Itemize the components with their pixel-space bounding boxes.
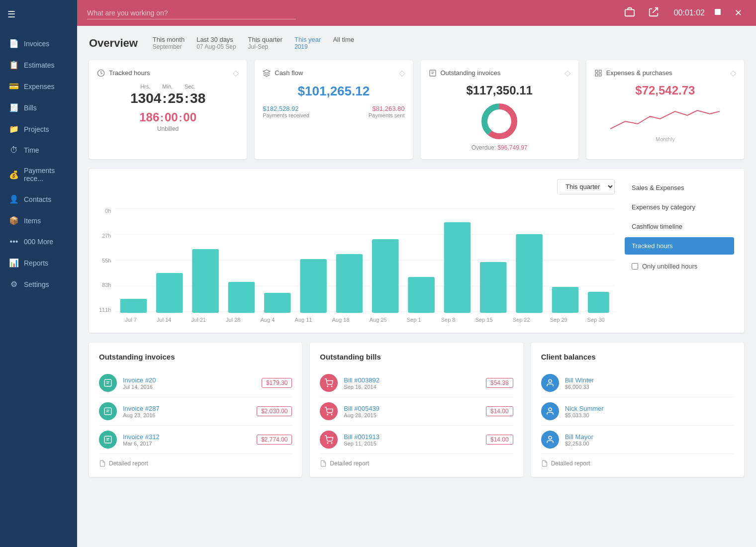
chart-menu-sales[interactable]: Sales & Expenses — [625, 179, 734, 196]
period-tab-this-quarter[interactable]: This quarter Jul-Sep — [248, 36, 283, 50]
svg-rect-26 — [408, 277, 435, 313]
sidebar-item-reports[interactable]: 📊 Reports — [0, 252, 77, 274]
invoice-avatar-1 — [99, 374, 117, 392]
svg-rect-21 — [228, 282, 255, 313]
unbilled-min: 00 — [165, 110, 178, 124]
chart-menu-expenses-cat[interactable]: Expenses by category — [625, 198, 734, 216]
chart-period-dropdown[interactable]: This quarter — [557, 179, 615, 194]
period-tab-all-time[interactable]: All time — [333, 36, 354, 50]
sidebar-item-more[interactable]: ••• 000 More — [0, 231, 77, 252]
unbilled-sec: 00 — [183, 110, 196, 124]
outstanding-pin[interactable]: ◇ — [565, 68, 570, 78]
cashflow-pin[interactable]: ◇ — [399, 68, 405, 78]
clients-detailed-report[interactable]: Detailed report — [541, 460, 734, 467]
sidebar-item-estimates[interactable]: 📋 Estimates — [0, 54, 77, 76]
outstanding-header: Outstanding invoices ◇ — [429, 68, 570, 78]
invoice-item-2: Invoice #287 Aug 23, 2016 $2,030.00 — [99, 397, 292, 426]
stop-timer-btn[interactable] — [710, 6, 726, 20]
sidebar-item-expenses[interactable]: 💳 Expenses — [0, 76, 77, 97]
sidebar-item-settings[interactable]: ⚙ Settings — [0, 274, 77, 295]
svg-rect-19 — [157, 273, 184, 313]
period-tab-last-30[interactable]: Last 30 days 07 Aug-05 Sep — [196, 36, 236, 50]
svg-point-44 — [332, 414, 333, 415]
bills-icon: 🧾 — [9, 103, 19, 112]
bill-item-2: Bill #005439 Aug 28, 2015 $14.00 — [320, 397, 513, 426]
sidebar-item-projects[interactable]: 📁 Projects — [0, 118, 77, 140]
overview-header: Overview This month September Last 30 da… — [89, 36, 744, 50]
cashflow-breakdown: $182,528.92 Payments received $81,263.80… — [263, 105, 404, 118]
chart-section: This quarter 111h 83h 55h 27h 0h — [89, 169, 744, 333]
svg-rect-28 — [480, 262, 507, 313]
close-topbar-btn[interactable]: ✕ — [731, 5, 746, 20]
hamburger-icon[interactable]: ☰ — [7, 9, 15, 20]
client-item-2: Nick Summer $5,033.30 — [541, 397, 734, 426]
briefcase-icon-btn[interactable] — [620, 4, 639, 22]
timer-display: 00:01:02 — [674, 8, 705, 17]
bottom-row: Outstanding invoices Invoice #20 Jul 14,… — [89, 343, 744, 477]
svg-point-49 — [549, 436, 552, 439]
hours-value: 1304 — [130, 91, 161, 106]
expenses-pin[interactable]: ◇ — [730, 68, 736, 78]
invoices-detailed-report[interactable]: Detailed report — [99, 460, 292, 467]
bills-detailed-report[interactable]: Detailed report — [320, 460, 513, 467]
expenses-title: Expenses & purchases — [594, 69, 672, 77]
bill-item-1: Bill #003892 Sep 16, 2014 $54.38 — [320, 369, 513, 397]
svg-rect-22 — [264, 293, 291, 313]
sidebar-item-time[interactable]: ⏱ Time — [0, 140, 77, 161]
sidebar-item-items[interactable]: 📦 Items — [0, 210, 77, 231]
monthly-label: Monthly — [594, 136, 736, 142]
outstanding-invoices-card: Outstanding invoices Invoice #20 Jul 14,… — [89, 343, 302, 477]
svg-point-43 — [327, 414, 328, 415]
svg-point-42 — [332, 386, 333, 387]
svg-point-45 — [327, 443, 328, 444]
unbilled-hrs: 186 — [139, 110, 159, 124]
unbilled-checkbox[interactable] — [632, 263, 638, 270]
svg-rect-29 — [516, 234, 543, 313]
invoice-info-1: Invoice #20 Jul 14, 2016 — [123, 376, 256, 390]
svg-rect-30 — [552, 287, 579, 313]
tracked-hours-widget: Tracked hours ◇ Hrs. Min. Sec. 1304 : — [89, 60, 247, 159]
chart-main: This quarter 111h 83h 55h 27h 0h — [99, 179, 615, 323]
period-tab-this-year[interactable]: This year 2019 — [294, 36, 321, 50]
report-icon — [99, 460, 106, 467]
search-input[interactable] — [87, 7, 296, 19]
bill-avatar-2 — [320, 402, 338, 420]
sec-label: Sec. — [185, 84, 195, 90]
content-area: Overview This month September Last 30 da… — [77, 26, 756, 547]
pin-icon[interactable]: ◇ — [233, 68, 239, 78]
cashflow-title: Cash flow — [263, 69, 303, 77]
payments-icon: 💰 — [9, 170, 19, 180]
client-avatar-2 — [541, 402, 559, 420]
sidebar-navigation: 📄 Invoices 📋 Estimates 💳 Expenses 🧾 Bill… — [0, 29, 77, 299]
svg-rect-0 — [625, 9, 634, 16]
main-content: 00:01:02 ✕ Overview This month September… — [77, 0, 756, 547]
sparkline-container: Monthly — [594, 101, 736, 142]
chart-menu-cashflow[interactable]: Cashflow timeline — [625, 218, 734, 235]
sidebar-item-bills[interactable]: 🧾 Bills — [0, 97, 77, 118]
bills-report-icon — [320, 460, 327, 467]
client-info-3: Bill Mayor $2,253.00 — [565, 433, 734, 447]
sidebar-item-contacts[interactable]: 👤 Contacts — [0, 188, 77, 210]
sep2: : — [184, 91, 190, 107]
svg-rect-27 — [444, 222, 471, 313]
svg-rect-31 — [588, 292, 609, 313]
estimates-icon: 📋 — [9, 60, 19, 70]
invoice-info-3: Invoice #312 Mar 6, 2017 — [123, 433, 251, 447]
expenses-chart-icon — [594, 69, 602, 77]
share-icon-btn[interactable] — [644, 4, 663, 22]
period-tab-this-month[interactable]: This month September — [153, 36, 185, 50]
sidebar-item-payments[interactable]: 💰 Payments rece... — [0, 161, 77, 188]
bar-chart-svg — [115, 208, 615, 313]
invoice-avatar-3 — [99, 431, 117, 449]
tracked-hours-header: Tracked hours ◇ — [97, 68, 239, 78]
period-tabs: This month September Last 30 days 07 Aug… — [153, 36, 354, 50]
svg-rect-11 — [595, 74, 598, 76]
seconds-value: 38 — [190, 91, 205, 106]
cashflow-header: Cash flow ◇ — [263, 68, 404, 78]
svg-rect-20 — [192, 249, 219, 313]
chart-menu-tracked-hours[interactable]: Tracked hours — [625, 237, 734, 255]
topbar-icons: 00:01:02 ✕ — [620, 4, 746, 22]
svg-rect-24 — [336, 254, 363, 313]
svg-point-41 — [327, 386, 328, 387]
sidebar-item-invoices[interactable]: 📄 Invoices — [0, 33, 77, 54]
